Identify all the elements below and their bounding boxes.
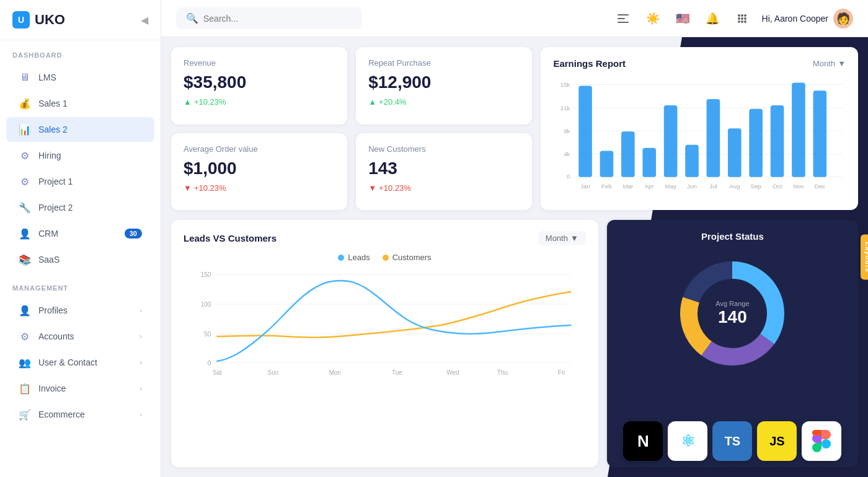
- repeat-purchase-change: ▲ +20.4%: [368, 97, 520, 107]
- sales1-icon: 💰: [19, 97, 31, 110]
- layouts-tab-container: Layouts: [861, 234, 868, 279]
- sidebar-item-lms[interactable]: 🖥 LMS: [6, 65, 154, 90]
- svg-text:Aug: Aug: [729, 183, 740, 190]
- sidebar-item-invoice[interactable]: 📋 Invoice ›: [6, 376, 154, 401]
- sidebar-item-sales2[interactable]: 📊 Sales 2: [6, 117, 154, 142]
- javascript-icon[interactable]: JS: [757, 421, 797, 461]
- svg-rect-22: [579, 85, 593, 177]
- leads-line-chart: 150 100 50 0 Sat Sun Mon: [184, 269, 586, 381]
- svg-text:15k: 15k: [560, 81, 570, 88]
- svg-rect-29: [728, 128, 742, 177]
- sales2-icon: 📊: [19, 123, 31, 136]
- logo[interactable]: U UKO: [12, 11, 65, 28]
- notification-bell-icon[interactable]: 🔔: [702, 9, 722, 28]
- leads-chart-card: Leads VS Customers Month ▼ Leads Custome…: [171, 220, 598, 467]
- search-box[interactable]: 🔍: [176, 7, 362, 29]
- theme-toggle-icon[interactable]: ☀️: [643, 9, 663, 28]
- avg-order-change: ▼ +10.23%: [184, 183, 335, 193]
- typescript-icon[interactable]: TS: [712, 421, 752, 461]
- hiring-icon: ⚙: [19, 149, 31, 162]
- svg-text:Sep: Sep: [751, 183, 762, 190]
- tech-stack: N ⚛ TS JS: [607, 421, 858, 461]
- svg-rect-1: [618, 18, 625, 19]
- month-selector[interactable]: Month ▼: [813, 59, 846, 68]
- crm-badge: 30: [125, 229, 142, 239]
- svg-rect-0: [618, 14, 629, 15]
- sidebar-item-label: Sales 2: [38, 125, 68, 134]
- sidebar-item-hiring[interactable]: ⚙ Hiring: [6, 143, 154, 168]
- svg-text:Jun: Jun: [687, 183, 697, 190]
- svg-rect-32: [792, 83, 806, 177]
- avg-range-label: Avg Range: [715, 300, 749, 307]
- chevron-right-icon: ›: [140, 332, 142, 341]
- sidebar-item-saas[interactable]: 📚 SaaS: [6, 247, 154, 272]
- svg-rect-23: [600, 151, 614, 177]
- nextjs-icon[interactable]: N: [623, 421, 663, 461]
- collapse-button[interactable]: ◀: [141, 14, 148, 26]
- svg-text:100: 100: [201, 301, 211, 308]
- sidebar-item-project1[interactable]: ⚙ Project 1: [6, 169, 154, 194]
- svg-text:Tue: Tue: [392, 369, 402, 376]
- flag-icon[interactable]: 🇺🇸: [673, 9, 693, 28]
- svg-text:Mar: Mar: [623, 183, 634, 190]
- svg-text:Apr: Apr: [645, 183, 655, 190]
- svg-text:8k: 8k: [564, 128, 570, 134]
- sidebar-item-user-contact[interactable]: 👥 User & Contact ›: [6, 350, 154, 375]
- sidebar-item-ecommerce[interactable]: 🛒 Ecommerce ›: [6, 402, 154, 427]
- donut-center-label: Avg Range 140: [715, 300, 749, 327]
- sidebar-item-profiles[interactable]: 👤 Profiles ›: [6, 298, 154, 323]
- leads-legend-item: Leads: [338, 253, 370, 262]
- sidebar-item-label: Ecommerce: [38, 409, 85, 419]
- svg-text:4k: 4k: [564, 151, 570, 157]
- up-arrow-icon: ▲: [368, 97, 376, 107]
- project-status-title: Project Status: [619, 231, 846, 242]
- leads-legend: Leads Customers: [184, 253, 586, 262]
- saas-icon: 📚: [19, 253, 31, 266]
- header: 🔍 ☀️ 🇺🇸 🔔 Hi, Aaron Cooper 🧑: [161, 0, 868, 37]
- menu-icon[interactable]: [613, 9, 633, 28]
- earnings-title: Earnings Report: [553, 58, 626, 69]
- customers-legend-item: Customers: [383, 253, 432, 262]
- dashboard-section: DASHBOARD 🖥 LMS 💰 Sales 1 📊 Sales 2 ⚙ Hi…: [0, 40, 161, 273]
- svg-text:May: May: [665, 183, 677, 190]
- sidebar-item-label: Accounts: [38, 331, 74, 341]
- sidebar-item-crm[interactable]: 👤 CRM 30: [6, 221, 154, 246]
- sidebar-item-label: CRM: [38, 229, 58, 239]
- sidebar-item-label: Profiles: [38, 305, 68, 315]
- svg-text:Wed: Wed: [446, 369, 459, 376]
- svg-text:50: 50: [204, 331, 211, 338]
- sidebar-item-label: Project 1: [38, 177, 73, 186]
- sidebar-item-project2[interactable]: 🔧 Project 2: [6, 195, 154, 220]
- avg-order-label: Average Order value: [184, 144, 335, 154]
- apps-grid-icon[interactable]: [732, 9, 752, 28]
- new-customers-card: New Customers 143 ▼ +10.23%: [356, 133, 532, 211]
- sidebar-item-label: SaaS: [38, 255, 60, 265]
- svg-text:Oct: Oct: [773, 183, 782, 190]
- react-icon[interactable]: ⚛: [668, 421, 707, 461]
- sidebar-item-label: Invoice: [38, 383, 66, 393]
- svg-text:Sat: Sat: [213, 369, 222, 376]
- main-content: 🔍 ☀️ 🇺🇸 🔔 Hi, Aaron Cooper 🧑: [161, 0, 868, 477]
- leads-month-button[interactable]: Month ▼: [538, 231, 586, 245]
- chevron-down-icon: ▼: [570, 234, 578, 243]
- profiles-icon: 👤: [19, 304, 31, 317]
- donut-chart-container: Avg Range 140: [619, 252, 846, 375]
- sidebar-item-label: User & Contact: [38, 357, 97, 367]
- header-icons: ☀️ 🇺🇸 🔔 Hi, Aaron Cooper 🧑: [613, 9, 853, 28]
- search-icon: 🔍: [186, 12, 198, 24]
- sidebar-item-label: Project 2: [38, 203, 73, 212]
- svg-text:0: 0: [567, 173, 570, 180]
- svg-point-5: [744, 14, 746, 17]
- sidebar-item-sales1[interactable]: 💰 Sales 1: [6, 91, 154, 116]
- svg-rect-31: [771, 105, 784, 177]
- user-profile[interactable]: Hi, Aaron Cooper 🧑: [762, 9, 853, 28]
- layouts-tab[interactable]: Layouts: [861, 234, 868, 279]
- content-area: Revenue $35,800 ▲ +10.23% Repeat Purchas…: [161, 37, 868, 477]
- customers-dot: [383, 255, 389, 261]
- sidebar-item-accounts[interactable]: ⚙ Accounts ›: [6, 324, 154, 349]
- sidebar-item-label: Sales 1: [38, 98, 68, 108]
- search-input[interactable]: [203, 14, 352, 24]
- figma-icon[interactable]: [802, 421, 841, 461]
- leads-title: Leads VS Customers: [184, 233, 277, 243]
- sidebar-item-label: LMS: [38, 72, 56, 82]
